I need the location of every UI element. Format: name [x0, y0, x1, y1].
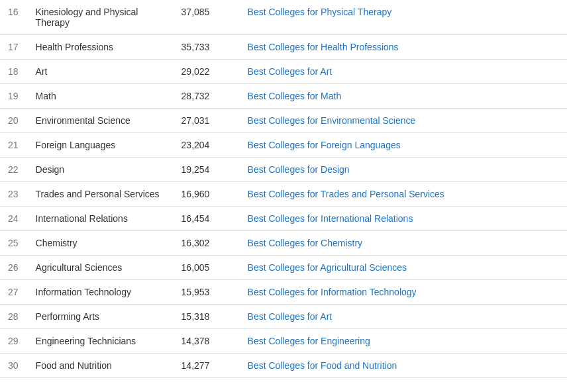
- college-link[interactable]: Best Colleges for Math: [248, 91, 342, 101]
- college-link[interactable]: Best Colleges for Food and Nutrition: [248, 360, 397, 371]
- rank-cell: 28: [0, 305, 28, 329]
- major-cell: Agricultural Sciences: [28, 256, 174, 280]
- rank-cell: 18: [0, 60, 28, 84]
- college-link[interactable]: Best Colleges for Health Professions: [248, 42, 399, 52]
- college-link[interactable]: Best Colleges for International Relation…: [248, 213, 413, 224]
- link-cell[interactable]: Best Colleges for Chemistry: [240, 231, 567, 256]
- link-cell[interactable]: Best Colleges for Agricultural Sciences: [240, 256, 567, 280]
- count-cell: 35,733: [174, 35, 240, 60]
- rank-cell: 24: [0, 207, 28, 231]
- table-row: 28Performing Arts15,318Best Colleges for…: [0, 305, 567, 329]
- college-link[interactable]: Best Colleges for Agricultural Sciences: [248, 262, 407, 273]
- link-cell[interactable]: Best Colleges for Art: [240, 305, 567, 329]
- college-link[interactable]: Best Colleges for Information Technology: [248, 287, 417, 297]
- count-cell: 16,960: [174, 182, 240, 207]
- college-link[interactable]: Best Colleges for Trades and Personal Se…: [248, 189, 444, 199]
- table-row: 27Information Technology15,953Best Colle…: [0, 280, 567, 305]
- major-cell: International Relations: [28, 207, 174, 231]
- table-row: 23Trades and Personal Services16,960Best…: [0, 182, 567, 207]
- major-cell: Foreign Languages: [28, 133, 174, 158]
- count-cell: 23,204: [174, 133, 240, 158]
- college-link[interactable]: Best Colleges for Foreign Languages: [248, 140, 401, 150]
- link-cell[interactable]: Best Colleges for Math: [240, 84, 567, 109]
- count-cell: 28,732: [174, 84, 240, 109]
- major-cell: Design: [28, 158, 174, 182]
- major-cell: Chemistry: [28, 231, 174, 256]
- count-cell: 16,302: [174, 231, 240, 256]
- college-link[interactable]: Best Colleges for Environmental Science: [248, 115, 416, 126]
- count-cell: 16,005: [174, 256, 240, 280]
- link-cell[interactable]: Best Colleges for Physical Therapy: [240, 0, 567, 35]
- table-row: 19Math28,732Best Colleges for Math: [0, 84, 567, 109]
- table-row: 16Kinesiology and Physical Therapy37,085…: [0, 0, 567, 35]
- college-link[interactable]: Best Colleges for Art: [248, 66, 333, 77]
- link-cell[interactable]: Best Colleges for Trades and Personal Se…: [240, 182, 567, 207]
- college-link[interactable]: Best Colleges for Design: [248, 164, 350, 175]
- table-row: 26Agricultural Sciences16,005Best Colleg…: [0, 256, 567, 280]
- rank-cell: 25: [0, 231, 28, 256]
- count-cell: 15,953: [174, 280, 240, 305]
- table-row: 29Engineering Technicians14,378Best Coll…: [0, 329, 567, 354]
- table-row: 22Design19,254Best Colleges for Design: [0, 158, 567, 182]
- college-link[interactable]: Best Colleges for Art: [248, 311, 333, 322]
- major-cell: Trades and Personal Services: [28, 182, 174, 207]
- college-link[interactable]: Best Colleges for Chemistry: [248, 238, 363, 248]
- table-row: 18Art29,022Best Colleges for Art: [0, 60, 567, 84]
- major-cell: Engineering Technicians: [28, 329, 174, 354]
- major-cell: Environmental Science: [28, 109, 174, 133]
- major-cell: Food and Nutrition: [28, 354, 174, 378]
- major-cell: Art: [28, 60, 174, 84]
- major-cell: Performing Arts: [28, 305, 174, 329]
- rank-cell: 20: [0, 109, 28, 133]
- table-row: 20Environmental Science27,031Best Colleg…: [0, 109, 567, 133]
- link-cell[interactable]: Best Colleges for Information Technology: [240, 280, 567, 305]
- link-cell[interactable]: Best Colleges for Design: [240, 158, 567, 182]
- rank-cell: 26: [0, 256, 28, 280]
- table-row: 17Health Professions35,733Best Colleges …: [0, 35, 567, 60]
- table-row: 25Chemistry16,302Best Colleges for Chemi…: [0, 231, 567, 256]
- rank-cell: 16: [0, 0, 28, 35]
- rank-cell: 19: [0, 84, 28, 109]
- rank-cell: 23: [0, 182, 28, 207]
- rank-cell: 22: [0, 158, 28, 182]
- count-cell: 19,254: [174, 158, 240, 182]
- count-cell: 29,022: [174, 60, 240, 84]
- link-cell[interactable]: Best Colleges for Art: [240, 60, 567, 84]
- major-cell: Kinesiology and Physical Therapy: [28, 0, 174, 35]
- major-cell: Health Professions: [28, 35, 174, 60]
- rank-cell: 17: [0, 35, 28, 60]
- link-cell[interactable]: Best Colleges for Food and Nutrition: [240, 354, 567, 378]
- link-cell[interactable]: Best Colleges for Environmental Science: [240, 109, 567, 133]
- rank-cell: 30: [0, 354, 28, 378]
- major-cell: Math: [28, 84, 174, 109]
- rank-cell: 29: [0, 329, 28, 354]
- link-cell[interactable]: Best Colleges for Engineering: [240, 329, 567, 354]
- count-cell: 15,318: [174, 305, 240, 329]
- college-link[interactable]: Best Colleges for Engineering: [248, 336, 370, 346]
- count-cell: 14,378: [174, 329, 240, 354]
- major-cell: Information Technology: [28, 280, 174, 305]
- count-cell: 16,454: [174, 207, 240, 231]
- rank-cell: 21: [0, 133, 28, 158]
- majors-table: 16Kinesiology and Physical Therapy37,085…: [0, 0, 567, 378]
- table-row: 21Foreign Languages23,204Best Colleges f…: [0, 133, 567, 158]
- table-row: 30Food and Nutrition14,277Best Colleges …: [0, 354, 567, 378]
- count-cell: 14,277: [174, 354, 240, 378]
- college-link[interactable]: Best Colleges for Physical Therapy: [248, 7, 392, 17]
- rank-cell: 27: [0, 280, 28, 305]
- link-cell[interactable]: Best Colleges for Foreign Languages: [240, 133, 567, 158]
- count-cell: 37,085: [174, 0, 240, 35]
- link-cell[interactable]: Best Colleges for International Relation…: [240, 207, 567, 231]
- table-row: 24International Relations16,454Best Coll…: [0, 207, 567, 231]
- link-cell[interactable]: Best Colleges for Health Professions: [240, 35, 567, 60]
- count-cell: 27,031: [174, 109, 240, 133]
